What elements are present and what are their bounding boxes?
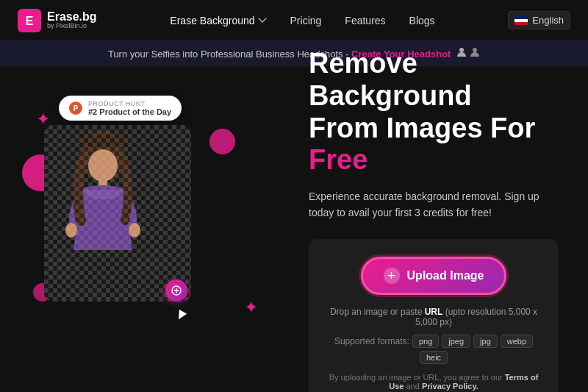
cursor-arrow (175, 310, 187, 321)
supported-formats: Supported formats: png jpeg jpg webp hei… (326, 335, 541, 364)
nav-erase-bg[interactable]: Erase Background (170, 15, 266, 26)
nav-links: Erase Background Pricing Features Blogs (170, 15, 434, 26)
upload-button-label: Upload Image (407, 269, 484, 282)
format-jpg: jpg (473, 335, 498, 348)
hero-title: Remove Background From Images For Free (309, 48, 559, 177)
privacy-link[interactable]: Privacy Policy. (422, 382, 478, 391)
logo-name: Erase.bg (47, 10, 97, 24)
logo-icon: E (18, 9, 41, 32)
ph-text: #2 Product of the Day (88, 107, 171, 116)
eraser-tool-icon (165, 279, 187, 302)
hero-content: Remove Background From Images For Free E… (309, 48, 559, 392)
format-webp: webp (501, 335, 533, 348)
hero-subtitle: Experience accurate background removal. … (309, 188, 559, 221)
product-hunt-badge[interactable]: P PRODUCT HUNT #2 Product of the Day (59, 96, 182, 121)
title-free: Free (309, 144, 368, 175)
decor-x1: ✦ (37, 110, 49, 128)
nav-blogs[interactable]: Blogs (409, 15, 435, 26)
logo-sub: by PixelBin.io (47, 23, 97, 30)
upload-button[interactable]: + Upload Image (361, 257, 507, 295)
logo[interactable]: E Erase.bg by PixelBin.io (18, 9, 97, 32)
demo-image (44, 125, 191, 302)
decor-x2: ✦ (245, 299, 257, 316)
url-label: URL (425, 307, 443, 317)
svg-text:E: E (26, 15, 34, 27)
upload-hint: Drop an image or paste URL (upto resolut… (326, 307, 541, 327)
flag-icon (514, 16, 528, 25)
ph-label: PRODUCT HUNT (88, 100, 171, 107)
chevron-down-icon (258, 16, 267, 25)
navbar: E Erase.bg by PixelBin.io Erase Backgrou… (0, 0, 588, 41)
main-content: P PRODUCT HUNT #2 Product of the Day (0, 66, 588, 390)
format-png: png (412, 335, 439, 348)
checker-background (44, 125, 191, 302)
language-selector[interactable]: English (508, 11, 570, 29)
hero-illustration: P PRODUCT HUNT #2 Product of the Day (29, 96, 279, 360)
upload-area: + Upload Image Drop an image or paste UR… (309, 239, 559, 392)
nav-right: English (508, 11, 570, 29)
nav-features[interactable]: Features (345, 15, 385, 26)
ph-logo: P (69, 101, 82, 115)
plus-icon: + (384, 268, 400, 284)
lang-label: English (532, 15, 564, 26)
format-heic: heic (420, 351, 448, 364)
format-jpeg: jpeg (442, 335, 470, 348)
blob-2 (209, 129, 235, 154)
terms-text: By uploading an image or URL, you agree … (326, 373, 541, 391)
nav-pricing[interactable]: Pricing (290, 15, 322, 26)
